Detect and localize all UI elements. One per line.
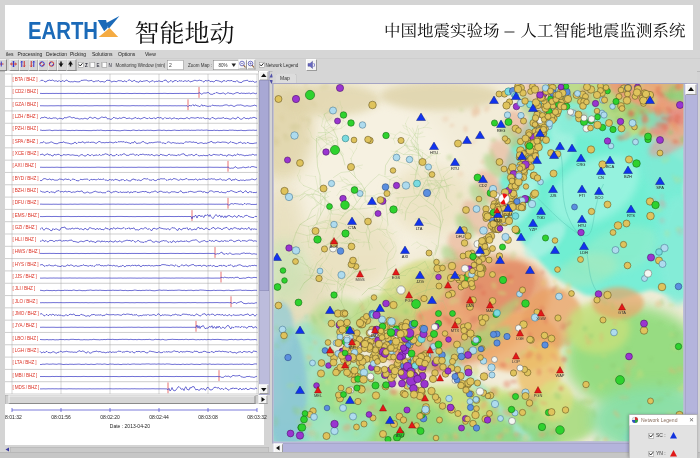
svg-text:[ HWS / BHZ ]: [ HWS / BHZ ] [13, 249, 40, 254]
svg-text:[ GZI / BHZ ]: [ GZI / BHZ ] [13, 225, 37, 230]
svg-text:AOS: AOS [330, 244, 339, 249]
svg-text:GTA: GTA [618, 310, 626, 315]
svg-text:XCO: XCO [595, 195, 604, 200]
svg-text:08:01:32: 08:01:32 [5, 414, 22, 420]
svg-text:[ AXI / BHZ ]: [ AXI / BHZ ] [13, 163, 37, 168]
svg-text:XGW: XGW [536, 316, 546, 321]
svg-text:[ HLI / BHZ ]: [ HLI / BHZ ] [13, 237, 37, 242]
svg-text:CRG: CRG [577, 162, 586, 167]
svg-text:JJS: JJS [550, 193, 557, 198]
svg-text:REG: REG [497, 128, 506, 133]
svg-text:Date : 2013-04-20: Date : 2013-04-20 [110, 423, 151, 429]
svg-text:BZH: BZH [624, 174, 632, 179]
svg-text:[ MBI / BHZ ]: [ MBI / BHZ ] [13, 373, 38, 378]
svg-text:[ EMS / BHZ ]: [ EMS / BHZ ] [13, 213, 39, 218]
svg-text:[ LTA / BHZ ]: [ LTA / BHZ ] [13, 360, 37, 365]
svg-text:WAP: WAP [556, 373, 565, 378]
svg-text:DFU: DFU [456, 234, 464, 239]
svg-text:TQU: TQU [504, 212, 513, 217]
svg-text:[ BZH / BHZ ]: [ BZH / BHZ ] [13, 188, 39, 193]
svg-text:LOP: LOP [512, 359, 520, 364]
svg-text:MTX: MTX [451, 328, 460, 333]
svg-text:CN: CN [598, 175, 604, 180]
svg-text:RTU: RTU [451, 166, 459, 171]
svg-text:[ DFU / BHZ ]: [ DFU / BHZ ] [13, 200, 39, 205]
svg-text:[ BTA / BHZ ]: [ BTA / BHZ ] [13, 77, 38, 82]
svg-text:PGS: PGS [405, 298, 414, 303]
svg-text:HTU: HTU [578, 223, 586, 228]
svg-text:LGE: LGE [516, 336, 524, 341]
svg-text:CD2: CD2 [479, 183, 488, 188]
svg-text:[ JLO / BHZ ]: [ JLO / BHZ ] [13, 299, 38, 304]
svg-text:ADU: ADU [396, 433, 405, 438]
svg-text:08:02:44: 08:02:44 [149, 414, 169, 420]
svg-text:LDH: LDH [580, 250, 588, 255]
svg-text:[ LBO / BHZ ]: [ LBO / BHZ ] [13, 336, 39, 341]
svg-text:CTA: CTA [348, 225, 356, 230]
svg-text:[ CD2 / BHZ ]: [ CD2 / BHZ ] [13, 89, 39, 94]
svg-text:LTA: LTA [416, 226, 423, 231]
svg-text:[ BYD / BHZ ]: [ BYD / BHZ ] [13, 176, 39, 181]
svg-text:[ GZA / BHZ ]: [ GZA / BHZ ] [13, 102, 39, 107]
svg-text:EGS: EGS [392, 275, 401, 280]
svg-text:08:01:56: 08:01:56 [51, 414, 71, 420]
svg-text:[ PZH / BHZ ]: [ PZH / BHZ ] [13, 126, 39, 131]
svg-text:[ XCE / BHZ ]: [ XCE / BHZ ] [13, 151, 39, 156]
svg-text:RTS: RTS [627, 213, 635, 218]
svg-text:MDS: MDS [494, 218, 503, 223]
svg-text:PGN: PGN [534, 393, 543, 398]
svg-text:08:03:08: 08:03:08 [198, 414, 218, 420]
svg-text:LAN: LAN [466, 303, 474, 308]
svg-text:BCA: BCA [606, 164, 615, 169]
svg-text:TGD: TGD [537, 215, 546, 220]
svg-text:MEL: MEL [314, 393, 323, 398]
svg-text:[ JYA / BHZ ]: [ JYA / BHZ ] [13, 323, 37, 328]
svg-text:SPA: SPA [656, 185, 664, 190]
svg-text:08:02:20: 08:02:20 [100, 414, 120, 420]
svg-text:DAY: DAY [371, 333, 379, 338]
svg-text:[ JMO / BHZ ]: [ JMO / BHZ ] [13, 311, 39, 316]
svg-text:MAL: MAL [486, 308, 495, 313]
svg-text:FTI: FTI [579, 193, 585, 198]
svg-text:[ JJS / BHZ ]: [ JJS / BHZ ] [13, 274, 37, 279]
svg-text:[ SPA / BHZ ]: [ SPA / BHZ ] [13, 139, 38, 144]
svg-text:YZP: YZP [529, 227, 537, 232]
svg-text:[ HYS / BHZ ]: [ HYS / BHZ ] [13, 262, 39, 267]
svg-text:08:03:32: 08:03:32 [247, 414, 267, 420]
svg-text:[ MDS / BHZ ]: [ MDS / BHZ ] [13, 385, 40, 390]
svg-text:[ JLI / BHZ ]: [ JLI / BHZ ] [13, 286, 36, 291]
svg-text:[ LZH / BHZ ]: [ LZH / BHZ ] [13, 114, 38, 119]
svg-text:HTU: HTU [430, 150, 438, 155]
svg-text:EARTH: EARTH [28, 18, 98, 44]
svg-text:JZG: JZG [416, 279, 424, 284]
svg-text:SMI: SMI [348, 345, 355, 350]
svg-text:[ LGH / BHZ ]: [ LGH / BHZ ] [13, 348, 39, 353]
svg-text:AXI: AXI [402, 254, 408, 259]
svg-text:MGS: MGS [355, 277, 364, 282]
